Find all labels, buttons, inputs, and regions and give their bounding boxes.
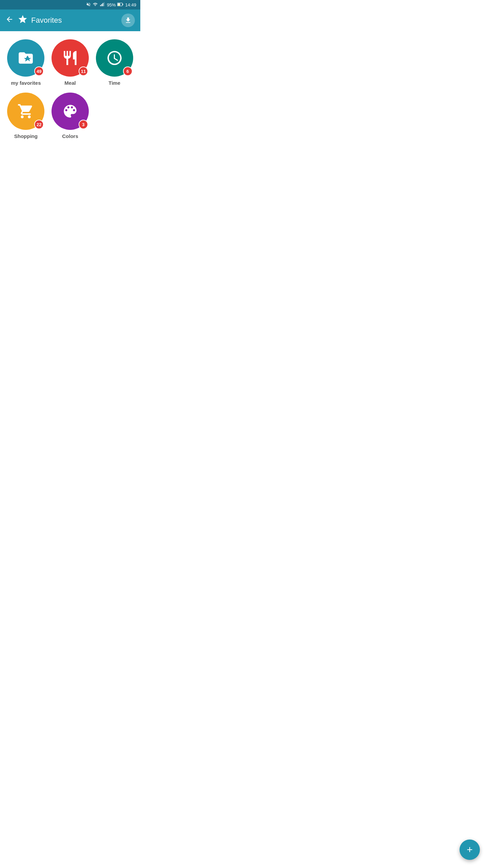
my-favorites-badge: 49 (34, 66, 44, 76)
page-title: Favorites (31, 16, 62, 25)
category-item-time[interactable]: 6 Time (94, 39, 135, 86)
colors-badge: 3 (79, 120, 88, 129)
status-bar: 95% 14:49 (0, 0, 140, 9)
mute-icon (86, 2, 91, 8)
svg-rect-1 (102, 4, 102, 6)
content-area: 49 my favorites 11 Meal (0, 31, 140, 147)
colors-label: Colors (62, 133, 78, 139)
svg-rect-3 (104, 2, 105, 6)
wifi-icon (93, 2, 98, 8)
app-bar-title-wrapper: Favorites (18, 14, 62, 27)
svg-rect-2 (103, 3, 103, 6)
category-grid-row2: 22 Shopping 3 Colors (5, 93, 135, 139)
meal-label: Meal (64, 80, 76, 86)
shopping-circle-wrapper: 22 (7, 93, 44, 130)
category-item-colors[interactable]: 3 Colors (50, 93, 91, 139)
signal-icon (100, 2, 105, 8)
category-item-my-favorites[interactable]: 49 my favorites (5, 39, 46, 86)
time-circle-wrapper: 6 (96, 39, 133, 77)
time-badge: 6 (123, 66, 133, 76)
download-button[interactable] (121, 14, 135, 27)
back-button[interactable] (5, 15, 14, 25)
colors-circle-wrapper: 3 (52, 93, 89, 130)
category-item-shopping[interactable]: 22 Shopping (5, 93, 46, 139)
category-grid-row1: 49 my favorites 11 Meal (5, 39, 135, 86)
svg-rect-0 (100, 5, 101, 6)
battery-icon (117, 2, 123, 7)
time-label: Time (108, 80, 120, 86)
svg-rect-6 (118, 3, 121, 5)
shopping-label: Shopping (14, 133, 38, 139)
status-icons: 95% 14:49 (86, 2, 136, 8)
time-text: 14:49 (125, 2, 136, 7)
app-bar: Favorites (0, 9, 140, 31)
category-item-meal[interactable]: 11 Meal (50, 39, 91, 86)
battery-text: 95% (107, 2, 116, 7)
app-bar-left: Favorites (5, 14, 62, 27)
my-favorites-circle-wrapper: 49 (7, 39, 44, 77)
star-icon (18, 14, 28, 27)
svg-rect-5 (123, 3, 123, 5)
meal-circle-wrapper: 11 (52, 39, 89, 77)
shopping-badge: 22 (34, 120, 44, 129)
meal-badge: 11 (79, 66, 88, 76)
my-favorites-label: my favorites (11, 80, 41, 86)
